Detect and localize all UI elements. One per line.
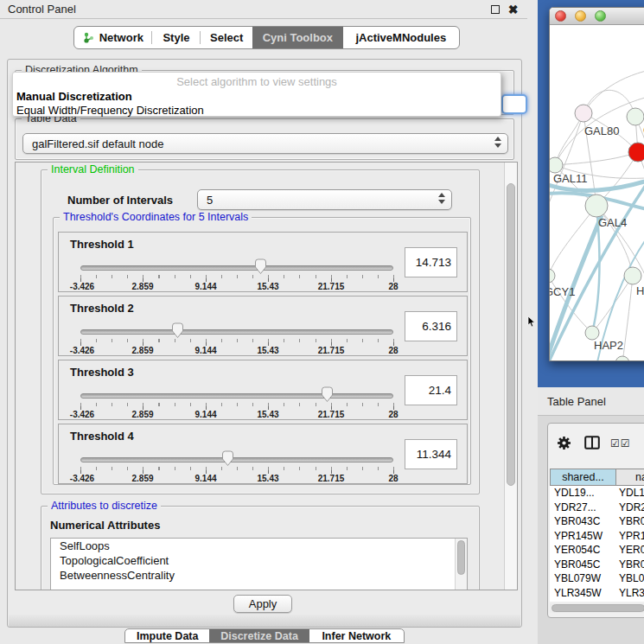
threshold-3-slider-thumb[interactable]: [321, 386, 334, 403]
tick-label: 9.144: [194, 474, 216, 483]
cell-shared-name[interactable]: YDL19...: [550, 486, 616, 501]
select-columns-icon[interactable]: ☑☑: [610, 437, 631, 450]
node-hap2[interactable]: [585, 326, 599, 340]
panel-scrollbar-thumb[interactable]: [507, 183, 515, 486]
list-scrollbar-thumb[interactable]: [457, 540, 465, 575]
cell-name[interactable]: YBL079W: [616, 571, 644, 586]
node-bottom-partial[interactable]: [615, 356, 629, 360]
threshold-1-slider-thumb[interactable]: [254, 258, 267, 275]
cell-name[interactable]: YLR345W: [616, 586, 644, 601]
threshold-2-value-field[interactable]: [405, 311, 457, 341]
table-row[interactable]: YPR145W YPR145W: [550, 529, 644, 544]
cell-name[interactable]: YIL052C: [616, 600, 644, 602]
node-gcy1[interactable]: [550, 269, 555, 283]
column-header-shared-name[interactable]: shared...: [550, 469, 616, 486]
window-zoom-icon[interactable]: [595, 10, 606, 22]
threshold-4-slider-thumb[interactable]: [221, 450, 234, 467]
table-scrollbar-thumb[interactable]: [552, 604, 644, 612]
tab-discretize-data[interactable]: Discretize Data: [209, 629, 309, 642]
table-row[interactable]: YLR345W YLR345W: [550, 586, 644, 601]
cell-shared-name[interactable]: YLR345W: [550, 586, 616, 601]
control-panel-title: Control Panel: [8, 3, 76, 16]
tab-select-label: Select: [210, 31, 243, 44]
node-green-top[interactable]: [627, 108, 644, 125]
window-minimize-icon[interactable]: [575, 10, 586, 22]
attributes-group: Attributes to discretize Numerical Attri…: [41, 506, 480, 590]
combobox-arrows-icon: [494, 137, 501, 148]
cell-shared-name[interactable]: YPR145W: [550, 529, 616, 544]
tab-style[interactable]: Style: [152, 27, 201, 48]
number-of-intervals-combobox[interactable]: 5: [197, 189, 452, 210]
apply-button[interactable]: Apply: [233, 595, 292, 613]
slider-minor-ticks: [80, 339, 394, 342]
cell-shared-name[interactable]: YIL052C: [550, 600, 616, 602]
column-header-name[interactable]: name: [616, 469, 644, 486]
network-view-window[interactable]: GAL80 G C GAL11 GAL4 GCY1 H HAP2: [549, 7, 644, 361]
cell-name[interactable]: YER054C: [616, 543, 644, 558]
list-scrollbar[interactable]: [455, 539, 467, 590]
table-row[interactable]: YBR043C YBR043C: [550, 514, 644, 529]
settings-scroll-viewport: Interval Definition Number of Intervals …: [15, 162, 518, 590]
tick-label: 9.144: [194, 282, 216, 291]
table-row[interactable]: YDR27... YDR27...: [550, 501, 644, 515]
cell-shared-name[interactable]: YBL079W: [550, 571, 616, 586]
threshold-coordinates-label: Threshold's Coordinates for 5 Intervals: [60, 211, 252, 223]
node-red-highlighted[interactable]: [628, 143, 644, 162]
table-row[interactable]: YBR045C YBR045C: [550, 558, 644, 572]
network-window-titlebar[interactable]: [550, 8, 644, 25]
table-horizontal-scrollbar[interactable]: [550, 603, 644, 613]
node-gal11[interactable]: [550, 157, 563, 173]
threshold-2-slider-thumb[interactable]: [171, 322, 184, 339]
node-h[interactable]: [624, 267, 641, 284]
tab-jactivemnodules[interactable]: jActiveMNodules: [343, 27, 459, 48]
network-icon: [83, 32, 94, 44]
list-item-betweennesscentrality[interactable]: BetweennessCentrality: [51, 568, 467, 583]
table-row[interactable]: YER054C YER054C: [550, 543, 644, 558]
threshold-4-value-field[interactable]: [405, 439, 457, 469]
tab-select[interactable]: Select: [201, 27, 252, 48]
cell-shared-name[interactable]: YBR043C: [550, 514, 616, 529]
gear-icon[interactable]: [557, 436, 571, 450]
cell-shared-name[interactable]: YDR27...: [550, 501, 616, 515]
threshold-1-slider-track[interactable]: [80, 265, 393, 271]
control-panel-titlebar[interactable]: Control Panel ✖: [0, 0, 527, 19]
table-panel-titlebar[interactable]: Table Panel: [538, 387, 644, 416]
tab-impute-data[interactable]: Impute Data: [125, 629, 209, 642]
panel-vertical-scrollbar[interactable]: [504, 163, 517, 590]
cell-shared-name[interactable]: YBR045C: [550, 558, 616, 572]
cell-name[interactable]: YPR145W: [616, 529, 644, 544]
list-item-selfloops[interactable]: SelfLoops: [51, 539, 467, 553]
node-pink[interactable]: [575, 105, 592, 122]
threshold-1-value-field[interactable]: [405, 247, 457, 277]
cell-name[interactable]: YDL19...: [616, 486, 644, 501]
cell-name[interactable]: YBR043C: [616, 514, 644, 529]
table-row[interactable]: YDL19... YDL19...: [550, 486, 644, 501]
network-canvas[interactable]: GAL80 G C GAL11 GAL4 GCY1 H HAP2: [550, 25, 644, 360]
tick-label: 9.144: [194, 410, 216, 419]
numerical-attributes-label: Numerical Attributes: [50, 519, 160, 532]
dropdown-option-equal-width-frequency[interactable]: Equal Width/Frequency Discretization: [16, 104, 204, 117]
window-close-icon[interactable]: [555, 10, 566, 22]
node-gal4[interactable]: [585, 194, 608, 217]
table-row[interactable]: YBL079W YBL079W: [550, 571, 644, 586]
threshold-2-slider-track[interactable]: [80, 329, 393, 335]
table-row[interactable]: YIL052C YIL052C: [550, 600, 644, 602]
tab-cyni-toolbox[interactable]: Cyni Toolbox: [252, 27, 343, 48]
algorithm-combobox[interactable]: [501, 94, 527, 114]
close-icon[interactable]: ✖: [507, 4, 519, 16]
cell-name[interactable]: YBR045C: [616, 558, 644, 572]
table-data-combobox[interactable]: galFiltered.sif default node: [22, 133, 508, 154]
tab-network[interactable]: Network: [74, 27, 152, 48]
threshold-4-slider-track[interactable]: [80, 457, 393, 462]
tab-infer-network[interactable]: Infer Network: [309, 629, 404, 642]
list-item-topologicalcoefficient[interactable]: TopologicalCoefficient: [51, 553, 467, 568]
tick-label: 28: [388, 282, 398, 291]
top-tab-bar: Network Style Select Cyni Toolbox jActiv…: [73, 26, 460, 49]
threshold-3-value-field[interactable]: [405, 375, 457, 405]
split-columns-icon[interactable]: [584, 436, 600, 450]
cell-shared-name[interactable]: YER054C: [550, 543, 616, 558]
float-window-icon[interactable]: [491, 5, 500, 14]
dropdown-option-manual-discretization[interactable]: Manual Discretization: [16, 90, 132, 103]
cell-name[interactable]: YDR27...: [616, 501, 644, 515]
threshold-3-slider-track[interactable]: [80, 393, 393, 399]
